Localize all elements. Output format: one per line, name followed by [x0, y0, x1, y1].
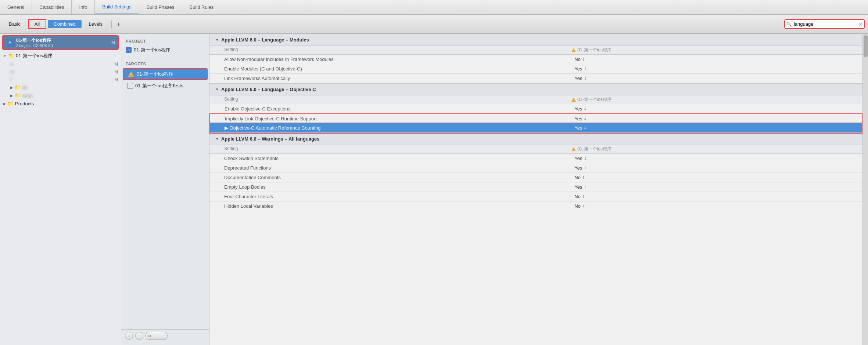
stepper-icon[interactable]: ⇕ — [584, 76, 587, 80]
setting-value-cell[interactable]: No ⇕ — [568, 192, 862, 201]
levels-tab-button[interactable]: Levels — [83, 20, 109, 28]
stepper-icon[interactable]: ⇕ — [584, 185, 587, 189]
add-setting-button[interactable]: + — [115, 20, 122, 28]
section-warnings-title: Apple LLVM 6.0 – Warnings – All language… — [221, 136, 320, 142]
col-header-target-1: 01-第一个ios程序 — [568, 47, 862, 53]
all-tab-button[interactable]: All — [28, 19, 46, 29]
section2-table: Enable Objective-C Exceptions Yes ⇕ Impl… — [209, 104, 862, 133]
setting-value-cell[interactable]: Yes ⇕ — [568, 154, 862, 163]
project-target-panel: PROJECT A 01-第一个ios程序 TARGETS 01-第一个ios程… — [121, 34, 209, 345]
col-warn-icon-1 — [571, 48, 576, 52]
child-label-m: m — [10, 69, 14, 75]
table-row: Link Frameworks Automatically Yes ⇕ — [209, 74, 862, 83]
settings-toolbar: Basic All Combined Levels + 🔍 ✕ — [0, 15, 868, 34]
nav-child-n[interactable]: n M — [7, 60, 121, 68]
section-modules-collapse-icon[interactable]: ▼ — [215, 38, 219, 42]
stepper-icon[interactable]: ⇕ — [584, 107, 587, 111]
tab-build-phases[interactable]: Build Phases — [139, 0, 182, 14]
basic-tab-button[interactable]: Basic — [3, 20, 26, 28]
setting-value-cell[interactable]: Yes ⇕ — [568, 182, 862, 192]
table-row: Check Switch Statements Yes ⇕ — [209, 154, 862, 163]
section-objc-title-row: ▼ Apple LLVM 6.0 – Language – Objective … — [209, 83, 862, 95]
setting-value-cell[interactable]: Yes ⇕ — [568, 74, 862, 83]
table-row: Enable Objective-C Exceptions Yes ⇕ — [210, 104, 862, 114]
setting-value-cell[interactable]: Yes ⇕ — [568, 104, 862, 114]
project-item[interactable]: A 01-第一个ios程序 — [121, 45, 209, 55]
root-folder-item[interactable]: ▼ 📁 01-第一个ios程序 — [0, 51, 121, 60]
project-icon: A — [126, 47, 132, 53]
target1-border: 01-第一个ios程序 — [123, 68, 208, 80]
section-warnings-collapse-icon[interactable]: ▼ — [215, 137, 219, 141]
stepper-icon[interactable]: ⇕ — [582, 195, 585, 199]
tab-general[interactable]: General — [0, 0, 32, 14]
target2-label: 01-第一个ios程序Tests — [135, 83, 183, 89]
setting-label: Enable Modules (C and Objective-C) — [209, 64, 568, 74]
stepper-icon-highlighted[interactable]: ⇕ — [584, 126, 587, 130]
target1-label: 01-第一个ios程序 — [137, 71, 173, 77]
setting-label: Empty Loop Bodies — [209, 182, 568, 192]
table-row: Documentation Comments No ⇕ — [209, 173, 862, 182]
root-folder-label: 01-第一个ios程序 — [16, 52, 53, 59]
lib-folder-item[interactable]: ▶ 📁 lib — [7, 83, 121, 91]
table-row: Deprecated Functions Yes ⇕ — [209, 163, 862, 173]
project-app-icon: A — [6, 39, 14, 47]
right-scrollbar[interactable] — [862, 34, 868, 345]
setting-value-cell[interactable]: Yes ⇕ — [568, 114, 862, 123]
section-objc: ▼ Apple LLVM 6.0 – Language – Objective … — [209, 83, 862, 133]
products-folder-item[interactable]: ▶ 📁 Products — [0, 99, 121, 108]
scrollbar-thumb[interactable] — [864, 35, 868, 57]
add-target-button[interactable]: + — [125, 332, 133, 340]
tab-build-rules[interactable]: Build Rules — [182, 0, 222, 14]
section-warnings-title-row: ▼ Apple LLVM 6.0 – Warnings – All langua… — [209, 133, 862, 145]
section3-table: Check Switch Statements Yes ⇕ Deprecated… — [209, 154, 862, 211]
triangle-right-products: ▶ — [3, 102, 6, 106]
project-subtitle: 2 targets, iOS SDK 8.1 — [16, 44, 53, 48]
project-header-item[interactable]: A 01-第一个ios程序 2 targets, iOS SDK 8.1 M — [2, 35, 119, 50]
tab-bar: General Capabilities Info Build Settings… — [0, 0, 868, 15]
col-header-setting-3: Setting — [209, 146, 568, 152]
table-row: Hidden Local Variables No ⇕ — [209, 201, 862, 211]
stepper-icon[interactable]: ⇕ — [582, 57, 585, 61]
main-area: A 01-第一个ios程序 2 targets, iOS SDK 8.1 M ▼… — [0, 34, 868, 345]
nav-child-m[interactable]: m M — [7, 68, 121, 76]
stepper-icon[interactable]: ⇕ — [584, 117, 587, 121]
section-modules: ▼ Apple LLVM 6.0 – Language – Modules Se… — [209, 34, 862, 83]
section-warnings: ▼ Apple LLVM 6.0 – Warnings – All langua… — [209, 133, 862, 211]
nav-child-l[interactable]: l M — [7, 76, 121, 83]
products-folder-icon: 📁 — [7, 101, 14, 106]
m-badge: M — [111, 40, 115, 45]
lib-folder-icon: 📁 — [15, 84, 21, 90]
tab-info[interactable]: Info — [72, 0, 95, 14]
search-input[interactable] — [784, 19, 865, 29]
setting-label: Hidden Local Variables — [209, 201, 568, 211]
child-label-l: l — [10, 77, 11, 82]
stepper-icon[interactable]: ⇕ — [582, 175, 585, 179]
setting-value-cell[interactable]: Yes ⇕ — [568, 64, 862, 74]
table-row-highlighted[interactable]: ▶ Objective-C Automatic Reference Counti… — [210, 123, 862, 133]
zoom-control[interactable]: ⊙ — [146, 332, 168, 340]
target2-item[interactable]: 01-第一个ios程序Tests — [121, 81, 209, 91]
search-clear-button[interactable]: ✕ — [858, 21, 863, 27]
stepper-icon[interactable]: ⇕ — [584, 67, 587, 71]
table-row: Allow Non-modular Includes In Framework … — [209, 55, 862, 64]
setting-value-cell-highlighted[interactable]: Yes ⇕ — [568, 123, 862, 133]
col-header-setting-2: Setting — [209, 97, 568, 103]
setting-value-cell[interactable]: No ⇕ — [568, 173, 862, 182]
setting-value-cell[interactable]: No ⇕ — [568, 201, 862, 211]
section-objc-title: Apple LLVM 6.0 – Language – Objective C — [221, 87, 316, 92]
remove-target-button[interactable]: − — [135, 332, 143, 340]
target1-item[interactable]: 01-第一个ios程序 — [123, 69, 207, 79]
stepper-icon[interactable]: ⇕ — [582, 204, 585, 208]
file-navigator: A 01-第一个ios程序 2 targets, iOS SDK 8.1 M ▼… — [0, 34, 121, 345]
child-label-n: n — [10, 61, 13, 67]
combined-tab-button[interactable]: Combined — [48, 20, 81, 28]
setting-value-cell[interactable]: No ⇕ — [568, 55, 862, 64]
section-objc-collapse-icon[interactable]: ▼ — [215, 87, 219, 91]
setting-value-cell[interactable]: Yes ⇕ — [568, 163, 862, 173]
stepper-icon[interactable]: ⇕ — [584, 156, 587, 160]
tab-build-settings[interactable]: Build Settings — [95, 0, 139, 14]
tests-folder-item[interactable]: ▶ 📁 tests — [7, 91, 121, 99]
tab-capabilities[interactable]: Capabilities — [32, 0, 72, 14]
setting-label: Implicitly Link Objective-C Runtime Supp… — [210, 114, 568, 123]
stepper-icon[interactable]: ⇕ — [584, 166, 587, 170]
